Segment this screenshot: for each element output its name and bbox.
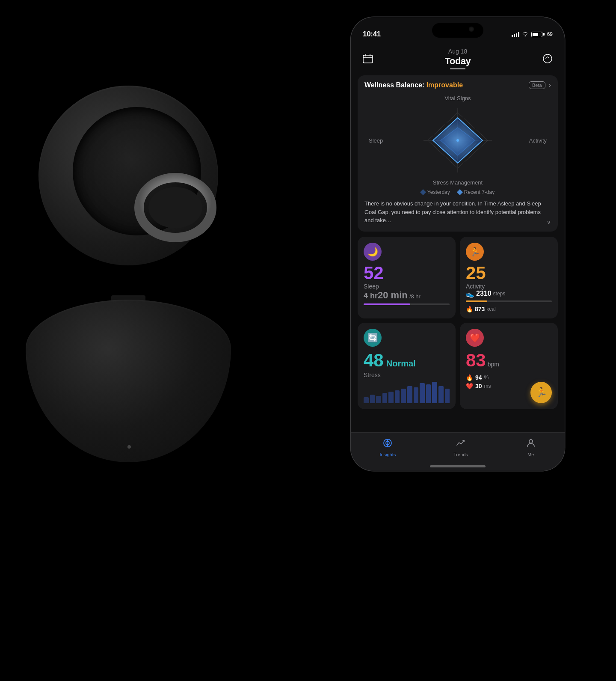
wellness-title-text: Wellness Balance: Improvable <box>364 81 463 89</box>
wellness-title: Wellness Balance: Improvable <box>364 81 463 89</box>
nav-trends[interactable]: Trends <box>453 438 468 457</box>
svg-point-1 <box>148 187 202 228</box>
ring-case-inner <box>73 107 201 235</box>
heart-small-icon: ❤️ <box>466 383 473 390</box>
beta-badge: Beta <box>529 81 545 89</box>
activity-card[interactable]: 🏃 25 Activity 👟 2310 steps <box>460 237 558 318</box>
insights-icon <box>382 438 393 451</box>
dynamic-island <box>432 23 483 38</box>
steps-label: steps <box>493 291 506 297</box>
sleep-card[interactable]: 🌙 52 Sleep 4 hr20 min /8 hr <box>358 237 456 318</box>
wellness-description: There is no obvious change in your condi… <box>364 199 545 225</box>
stress-bar-chart <box>364 382 450 403</box>
smart-ring <box>133 167 218 244</box>
radar-label-vital-signs: Vital Signs <box>444 95 471 101</box>
wellness-badge-row: Beta › <box>529 81 551 89</box>
stress-label: Stress <box>364 372 450 378</box>
nav-me[interactable]: Me <box>526 438 536 457</box>
sleep-progress-bg <box>364 303 450 305</box>
percent-row: 🔥 94 % <box>466 374 552 381</box>
legend-yesterday: Yesterday <box>421 189 450 195</box>
app-content: Aug 18 Today <box>351 44 565 471</box>
radar-legend: Yesterday Recent 7-day <box>364 189 551 195</box>
legend-recent-icon <box>457 189 463 195</box>
phone-body: 10:41 <box>351 17 565 471</box>
stress-card[interactable]: 🔄 48 Normal Stress <box>358 323 456 409</box>
radar-label-activity: Activity <box>529 137 547 144</box>
radar-label-stress: Stress Management <box>433 179 483 186</box>
bar-7 <box>407 386 412 403</box>
bar-4 <box>388 392 394 403</box>
wellness-status: Improvable <box>426 81 463 89</box>
stress-icon-circle: 🔄 <box>364 329 382 347</box>
wellness-title-row: Wellness Balance: Improvable Beta › <box>364 81 551 89</box>
steps-value: 2310 <box>476 290 492 297</box>
kcal-row: 🔥 873 kcal <box>466 306 552 312</box>
chevron-right-icon: › <box>549 81 551 89</box>
hrv-value-display: 30 <box>475 383 482 390</box>
me-icon <box>526 438 536 451</box>
shoe-icon: 👟 <box>466 290 474 298</box>
activity-label: Activity <box>466 283 552 290</box>
kcal-value: 873 <box>475 306 485 312</box>
sleep-icon-circle: 🌙 <box>364 243 382 261</box>
app-header: Aug 18 Today <box>351 44 565 75</box>
ring-case-lid <box>38 86 218 265</box>
radar-chart: Vital Signs Sleep Activity Stress Manage… <box>364 93 551 187</box>
bar-1 <box>370 395 375 403</box>
bar-8 <box>414 387 419 403</box>
kcal-label: kcal <box>486 306 495 312</box>
percent-unit: % <box>484 375 489 381</box>
heart-icon-circle: ❤️ <box>466 329 484 347</box>
expand-icon[interactable]: ∨ <box>547 219 551 226</box>
bar-3 <box>382 393 388 403</box>
svg-rect-2 <box>363 55 373 63</box>
bar-13 <box>445 389 450 403</box>
steps-progress-bg <box>466 300 552 302</box>
legend-yesterday-label: Yesterday <box>427 189 450 195</box>
flame-icon: 🔥 <box>466 374 473 381</box>
steps-progress-fill <box>466 300 487 302</box>
phone-screen: 10:41 <box>351 17 565 471</box>
sleep-hours: 4 hr <box>364 291 378 300</box>
phone: 10:41 <box>351 17 565 663</box>
calendar-icon[interactable] <box>360 51 376 66</box>
sleep-min: 20 min <box>378 290 408 300</box>
svg-point-20 <box>529 440 533 443</box>
hrv-unit-display: ms <box>484 383 491 389</box>
status-icons: 69 <box>512 31 553 38</box>
radar-labels: Vital Signs Sleep Activity Stress Manage… <box>364 93 551 187</box>
led-indicator <box>127 445 131 449</box>
bar-10 <box>426 384 431 403</box>
status-time: 10:41 <box>363 30 381 39</box>
header-underline <box>450 68 465 69</box>
sleep-icon: 🌙 <box>367 247 378 257</box>
heart-rate-value: 83 <box>466 350 486 371</box>
wellness-card[interactable]: Wellness Balance: Improvable Beta › Vita… <box>358 75 558 232</box>
heart-icon: ❤️ <box>470 333 480 343</box>
activity-fab-icon: 🏃 <box>536 387 547 398</box>
legend-recent: Recent 7-day <box>458 189 495 195</box>
stress-number: 48 <box>364 350 384 371</box>
legend-recent-label: Recent 7-day <box>464 189 495 195</box>
header-date: Aug 18 <box>448 48 467 55</box>
stress-status: Normal <box>386 359 416 369</box>
ring-device <box>26 86 240 471</box>
me-label: Me <box>527 452 534 457</box>
bar-0 <box>364 397 369 403</box>
wellness-description-row: There is no obvious change in your condi… <box>364 199 551 226</box>
activity-icon-circle: 🏃 <box>466 243 484 261</box>
home-indicator <box>430 465 486 467</box>
nav-insights[interactable]: Insights <box>379 438 396 457</box>
header-today: Today <box>445 56 471 67</box>
legend-yesterday-icon <box>420 189 426 195</box>
bar-9 <box>420 383 425 403</box>
activity-fab[interactable]: 🏃 <box>530 382 552 403</box>
sleep-label: Sleep <box>364 283 450 290</box>
sleep-time: 4 hr20 min /8 hr <box>364 290 450 301</box>
battery-icon <box>531 32 545 37</box>
refresh-icon[interactable] <box>540 51 555 66</box>
metrics-grid: 🌙 52 Sleep 4 hr20 min /8 hr <box>358 237 558 409</box>
ring-case-base <box>26 300 231 462</box>
heart-card[interactable]: ❤️ 83 bpm 🔥 94 % <box>460 323 558 409</box>
